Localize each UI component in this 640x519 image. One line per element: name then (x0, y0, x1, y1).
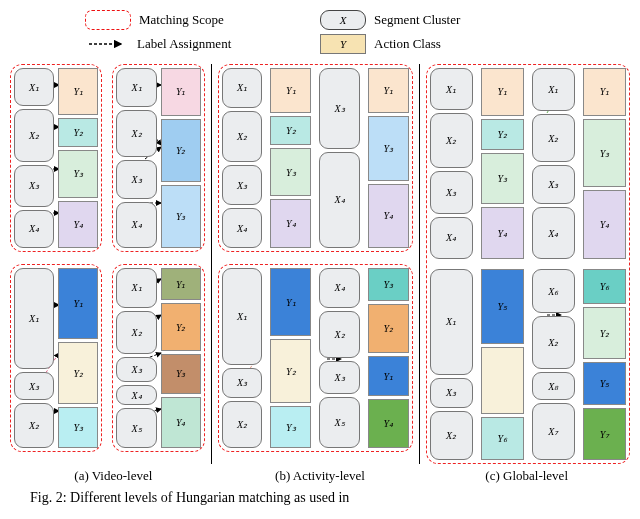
segment-cluster: X₄ (116, 385, 156, 405)
action-class: Y₁ (583, 68, 626, 116)
legend-class-label: Action Class (374, 36, 441, 52)
segment-cluster: X₁ (430, 68, 473, 110)
action-class: Y₅ (583, 362, 626, 405)
segment-cluster: X₂ (222, 401, 263, 448)
legend-scope-label: Matching Scope (139, 12, 224, 28)
legend-assign-label: Label Assignment (137, 36, 231, 52)
subcaptions: (a) Video-level (b) Activity-level (c) G… (10, 468, 630, 484)
segment-cluster: X₃ (430, 378, 473, 408)
legend-class: Y Action Class (320, 34, 555, 54)
segment-cluster: X₃ (116, 357, 156, 383)
segment-cluster: X₁ (222, 68, 263, 108)
action-class: Y₄ (368, 184, 409, 249)
scope-box: X₁ X₂ X₃ X₄ Y₁ Y₂ Y₃ (112, 64, 204, 252)
action-class: Y₁ (481, 68, 524, 116)
segment-cluster: X₃ (319, 361, 360, 393)
action-class: Y₁ (270, 268, 311, 336)
col-global-level: X₁ X₂ X₃ X₄ Y₁ Y₂ Y₃ Y₄ X₁ X₂ X₃ (426, 64, 630, 464)
segment-cluster: X₁ (116, 268, 156, 308)
segment-cluster: X₂ (14, 109, 54, 162)
action-class: Y₄ (583, 190, 626, 259)
matching-scope-icon (85, 10, 131, 30)
action-class (481, 347, 524, 413)
legend-assign: Label Assignment (85, 35, 320, 53)
column-separator (211, 64, 212, 464)
action-class: Y₄ (161, 397, 201, 448)
segment-cluster: X₃ (222, 165, 263, 205)
segment-cluster-icon: X (320, 10, 366, 30)
segment-cluster: X₁ (430, 269, 473, 375)
action-class: Y₁ (58, 68, 98, 115)
segment-cluster: X₂ (532, 114, 575, 162)
action-class: Y₂ (481, 119, 524, 150)
action-class: Y₁ (161, 68, 201, 116)
action-class: Y₁ (368, 356, 409, 397)
scope-box: X₁ X₂ X₃ X₄ X₅ Y₁ Y₂ Y₃ Y₄ (112, 264, 204, 452)
scope-box: X₁ X₂ X₃ X₄ Y₁ Y₂ Y₃ Y₄ X₁ X₂ X₃ (426, 64, 630, 464)
action-class: Y₂ (161, 303, 201, 350)
action-class: Y₂ (270, 339, 311, 403)
action-class: Y₂ (583, 307, 626, 359)
legend-cluster: X Segment Cluster (320, 10, 555, 30)
segment-cluster: X₃ (14, 372, 54, 400)
segment-cluster: X₁ (14, 68, 54, 106)
segment-cluster: X₂ (430, 113, 473, 168)
action-class: Y₃ (161, 185, 201, 248)
scope-box: X₁ X₂ X₃ X₄ Y₁ Y₂ Y₃ Y₄ (10, 64, 102, 252)
column-separator (419, 64, 420, 464)
action-class: Y₄ (481, 207, 524, 259)
segment-cluster: X₂ (430, 411, 473, 460)
col-activity-level: X₁ X₂ X₃ X₄ Y₁ Y₂ Y₃ Y₄ X₃ X₄ (218, 64, 413, 464)
action-class: Y₄ (270, 199, 311, 248)
action-class: Y₆ (583, 269, 626, 304)
segment-cluster: X₇ (532, 403, 575, 460)
scope-box: X₁ X₃ X₂ Y₁ Y₂ Y₃ X₄ X₂ X₃ X₅ (218, 264, 413, 452)
segment-cluster: X₂ (222, 111, 263, 162)
action-class: Y₃ (270, 148, 311, 197)
legend: Matching Scope X Segment Cluster Label A… (85, 8, 555, 56)
action-class: Y₃ (368, 116, 409, 181)
segment-cluster: X₄ (222, 208, 263, 248)
figure-area: X₁ X₂ X₃ X₄ Y₁ Y₂ Y₃ Y₄ (10, 64, 630, 464)
segment-cluster: X₄ (430, 217, 473, 259)
action-class: Y₇ (583, 408, 626, 460)
action-class: Y₂ (58, 118, 98, 147)
segment-cluster: X₁ (14, 268, 54, 369)
segment-cluster: X₃ (222, 368, 263, 397)
action-class: Y₂ (161, 119, 201, 182)
segment-cluster: X₈ (532, 372, 575, 399)
segment-cluster: X₃ (430, 171, 473, 213)
action-class: Y₃ (58, 407, 98, 448)
action-class: Y₆ (481, 417, 524, 460)
segment-cluster: X₂ (14, 403, 54, 448)
segment-cluster: X₅ (116, 408, 156, 448)
action-class: Y₂ (58, 342, 98, 404)
scope-box: X₁ X₃ X₂ Y₁ Y₂ Y₃ (10, 264, 102, 452)
action-class-icon: Y (320, 34, 366, 54)
segment-cluster: X₄ (319, 152, 360, 248)
action-class: Y₄ (58, 201, 98, 248)
segment-cluster: X₄ (14, 210, 54, 248)
segment-cluster: X₃ (116, 160, 156, 199)
action-class: Y₃ (161, 354, 201, 394)
action-class: Y₁ (270, 68, 311, 113)
action-class: Y₃ (583, 119, 626, 188)
segment-cluster: X₄ (319, 268, 360, 308)
segment-cluster: X₂ (532, 316, 575, 369)
segment-cluster: X₃ (319, 68, 360, 149)
segment-cluster: X₄ (532, 207, 575, 259)
action-class: Y₁ (368, 68, 409, 113)
figure-caption: Fig. 2: Different levels of Hungarian ma… (30, 490, 610, 506)
cap-b: (b) Activity-level (217, 468, 424, 484)
action-class: Y₃ (270, 406, 311, 448)
segment-cluster: X₁ (116, 68, 156, 107)
action-class: Y₄ (368, 399, 409, 448)
segment-cluster: X₂ (116, 311, 156, 354)
segment-cluster: X₃ (14, 165, 54, 207)
action-class: Y₂ (368, 304, 409, 353)
legend-cluster-label: Segment Cluster (374, 12, 460, 28)
label-assignment-icon (85, 35, 129, 53)
segment-cluster: X₁ (532, 68, 575, 111)
cap-a: (a) Video-level (10, 468, 217, 484)
segment-cluster: X₂ (116, 110, 156, 156)
